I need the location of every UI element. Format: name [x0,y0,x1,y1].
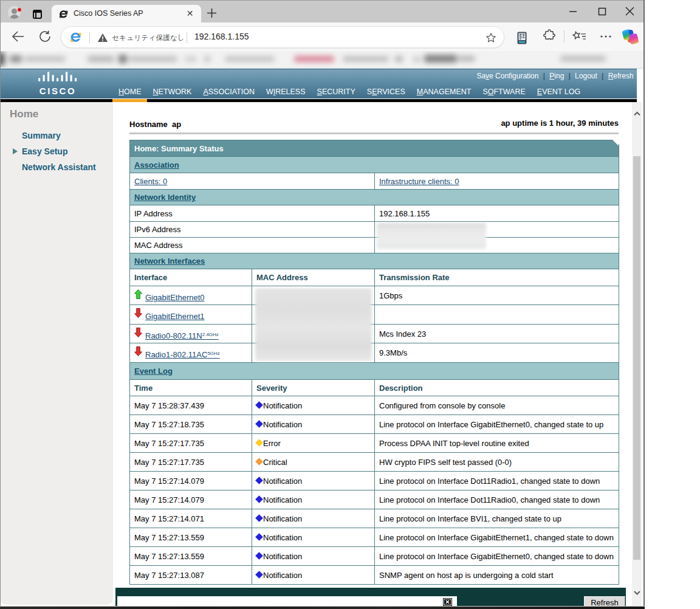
svg-text:CISCO: CISCO [39,86,77,96]
